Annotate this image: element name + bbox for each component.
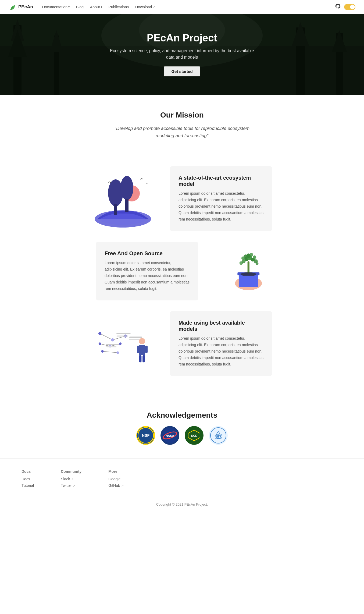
svg-line-44 xyxy=(113,336,126,340)
chevron-down-icon: ▾ xyxy=(68,5,70,8)
footer-link-tutorial[interactable]: Tutorial xyxy=(22,483,34,488)
open-source-illustration xyxy=(214,247,268,295)
github-icon[interactable] xyxy=(335,3,341,10)
svg-point-71 xyxy=(217,435,219,437)
features-section: A state-of-the-art ecosystem model Lorem… xyxy=(0,150,364,397)
external-link-icon: ↗ xyxy=(153,5,155,9)
svg-point-32 xyxy=(241,257,245,260)
footer-col-more-heading: More xyxy=(108,469,123,474)
footer-col-more: More Google GitHub ↗ xyxy=(108,469,123,490)
nsf-logo: NSF xyxy=(136,426,155,445)
hero-title: PEcAn Project xyxy=(107,32,257,44)
nav-about[interactable]: About ▾ xyxy=(87,3,105,11)
mission-section: Our Mission "Develop and promote accessi… xyxy=(0,95,364,150)
nav-documentation[interactable]: Documentation ▾ xyxy=(40,3,72,11)
acknowledgements-heading: Acknowledgements xyxy=(11,411,353,420)
footer-col-docs: Docs Docs Tutorial xyxy=(22,469,34,490)
svg-rect-60 xyxy=(129,336,142,338)
footer-copyright: Copyright © 2021 PEcAn Project. xyxy=(22,498,342,506)
nav-right xyxy=(335,3,355,10)
svg-rect-23 xyxy=(248,261,249,274)
svg-rect-38 xyxy=(139,345,145,355)
svg-rect-39 xyxy=(137,346,140,353)
models-illustration xyxy=(92,318,154,369)
nav-publications[interactable]: Publications xyxy=(106,3,132,11)
nav-links: Documentation ▾ Blog About ▾ Publication… xyxy=(40,3,335,11)
theme-toggle[interactable] xyxy=(344,4,355,10)
svg-point-35 xyxy=(256,262,259,265)
svg-point-36 xyxy=(241,272,256,276)
feature-body-2: Lorem ipsum dolor sit amet consectetur, … xyxy=(105,260,190,292)
svg-rect-41 xyxy=(139,355,142,363)
svg-text:NSF: NSF xyxy=(142,433,149,438)
feature-body-3: Lorem ipsum dolor sit amet consectetur, … xyxy=(179,335,263,367)
svg-rect-19 xyxy=(125,199,129,212)
feature-row-1: A state-of-the-art ecosystem model Lorem… xyxy=(16,166,348,231)
svg-point-28 xyxy=(253,255,256,259)
feature-title-1: A state-of-the-art ecosystem model xyxy=(179,175,263,187)
svg-point-30 xyxy=(250,253,253,257)
get-started-button[interactable]: Get started xyxy=(164,66,200,76)
feature-row-3: Made using best available models Lorem i… xyxy=(16,311,348,376)
footer-col-community: Community Slack ↗ Twitter ↗ xyxy=(61,469,81,490)
feature-title-3: Made using best available models xyxy=(179,320,263,332)
feature-card-1: A state-of-the-art ecosystem model Lorem… xyxy=(170,166,272,231)
hero-section: PEcAn Project Ecosystem science, policy,… xyxy=(0,14,364,95)
svg-rect-58 xyxy=(106,344,119,345)
feature-body-1: Lorem ipsum dolor sit amet consectetur, … xyxy=(179,190,263,222)
svg-point-34 xyxy=(240,261,243,265)
svg-rect-17 xyxy=(114,204,117,215)
ecosystem-illustration xyxy=(92,169,154,228)
footer-col-community-heading: Community xyxy=(61,469,81,474)
external-link-icon: ↗ xyxy=(73,484,75,487)
chevron-down-icon: ▾ xyxy=(101,5,102,8)
feature-title-2: Free And Open Source xyxy=(105,250,190,257)
footer: Docs Docs Tutorial Community Slack ↗ Twi… xyxy=(0,458,364,514)
czo-logo xyxy=(209,426,228,445)
svg-point-53 xyxy=(119,342,122,345)
footer-link-google[interactable]: Google xyxy=(108,477,123,481)
svg-point-18 xyxy=(120,176,133,200)
svg-point-16 xyxy=(108,179,123,206)
external-link-icon: ↗ xyxy=(71,478,73,481)
svg-rect-61 xyxy=(129,339,140,340)
logo[interactable]: PEcAn xyxy=(9,3,33,11)
svg-point-37 xyxy=(139,338,145,344)
footer-link-slack[interactable]: Slack ↗ xyxy=(61,477,81,481)
hero-content: PEcAn Project Ecosystem science, policy,… xyxy=(96,32,268,76)
svg-line-47 xyxy=(102,351,118,353)
nasa-logo: NASA xyxy=(160,426,179,445)
footer-link-twitter[interactable]: Twitter ↗ xyxy=(61,483,81,488)
navbar: PEcAn Documentation ▾ Blog About ▾ Publi… xyxy=(0,0,364,14)
mission-heading: Our Mission xyxy=(11,111,353,119)
nav-download[interactable]: Download ↗ xyxy=(133,3,158,11)
svg-point-48 xyxy=(98,332,101,335)
svg-point-54 xyxy=(101,350,104,353)
svg-rect-59 xyxy=(106,346,116,347)
svg-point-49 xyxy=(111,338,114,341)
svg-text:DOE: DOE xyxy=(191,434,197,437)
nav-blog[interactable]: Blog xyxy=(73,3,86,11)
hero-subtitle: Ecosystem science, policy, and managemen… xyxy=(107,48,257,61)
footer-columns: Docs Docs Tutorial Community Slack ↗ Twi… xyxy=(22,469,342,490)
svg-rect-40 xyxy=(145,346,148,353)
footer-link-github[interactable]: GitHub ↗ xyxy=(108,483,123,488)
external-link-icon: ↗ xyxy=(121,484,124,487)
svg-point-51 xyxy=(99,342,101,345)
feature-card-2: Free And Open Source Lorem ipsum dolor s… xyxy=(96,242,198,300)
svg-line-43 xyxy=(100,333,113,340)
svg-rect-56 xyxy=(116,333,130,334)
logo-text: PEcAn xyxy=(18,4,33,10)
svg-rect-42 xyxy=(142,355,145,363)
acknowledgements-section: Acknowledgements NSF NASA DOE xyxy=(0,397,364,458)
feature-row-2: Free And Open Source Lorem ipsum dolor s… xyxy=(16,242,348,300)
toggle-thumb xyxy=(350,5,355,9)
logo-icon xyxy=(9,3,16,11)
footer-col-docs-heading: Docs xyxy=(22,469,34,474)
svg-text:NASA: NASA xyxy=(166,434,174,437)
footer-link-docs[interactable]: Docs xyxy=(22,477,34,481)
feature-card-3: Made using best available models Lorem i… xyxy=(170,311,272,376)
doe-logo: DOE xyxy=(185,426,204,445)
mission-quote: "Develop and promote accessible tools fo… xyxy=(112,125,252,139)
svg-point-55 xyxy=(116,351,119,354)
